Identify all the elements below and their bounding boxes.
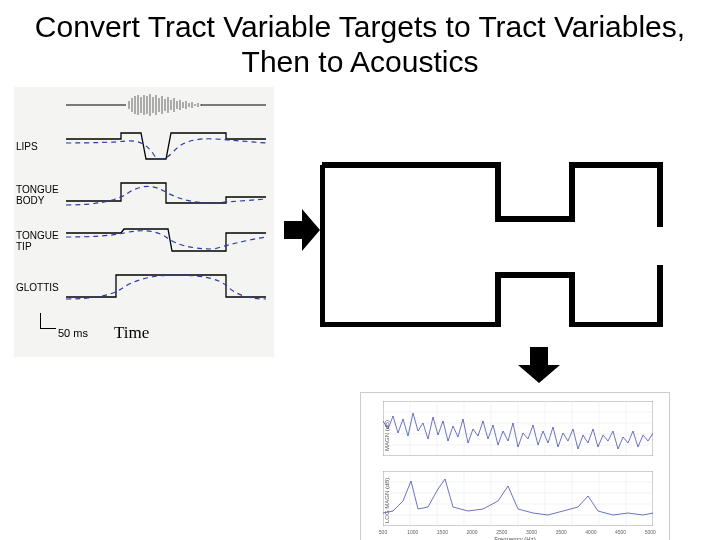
spectrum-plot-top: MAGN (dB): [383, 401, 653, 456]
tract-traces-panel: LIPS TONGUE BODY TONGUE TIP GLOTTIS 50 m…: [14, 87, 274, 357]
xtick: 4000: [585, 529, 596, 535]
time-axis-label: Time: [114, 323, 149, 343]
page-title: Convert Tract Variable Targets to Tract …: [0, 0, 720, 79]
scale-bracket: [40, 313, 56, 329]
row-label-tongue-tip: TONGUE TIP: [16, 231, 64, 252]
spec-xlabel: Frequency (Hz): [361, 536, 669, 540]
tongue-body-trace: [66, 173, 266, 217]
waveform-trace: [66, 93, 266, 117]
glottis-trace: [66, 265, 266, 309]
tongue-tip-trace: [66, 219, 266, 263]
spectrum-plot-bottom: LOG MAGN (dB): [383, 471, 653, 526]
xtick: 2500: [496, 529, 507, 535]
xtick: 1500: [437, 529, 448, 535]
row-label-lips: LIPS: [16, 142, 64, 153]
xtick: 3500: [556, 529, 567, 535]
xtick: 3000: [526, 529, 537, 535]
scale-label: 50 ms: [58, 327, 88, 339]
arrow-down-icon: [516, 345, 562, 385]
diagram-content: LIPS TONGUE BODY TONGUE TIP GLOTTIS 50 m…: [0, 87, 720, 527]
xtick: 4500: [615, 529, 626, 535]
xtick: 500: [379, 529, 387, 535]
row-label-glottis: GLOTTIS: [16, 283, 64, 294]
row-label-tongue-body: TONGUE BODY: [16, 185, 64, 206]
xtick: 2000: [467, 529, 478, 535]
arrow-right-icon: [282, 207, 322, 253]
xtick: 5000: [645, 529, 656, 535]
xtick: 1000: [407, 529, 418, 535]
vocal-tract-tube-model: [320, 127, 665, 327]
lips-trace: [66, 125, 266, 169]
acoustic-spectra-panel: MAGN (dB) LOG MAGN (dB): [360, 392, 670, 540]
